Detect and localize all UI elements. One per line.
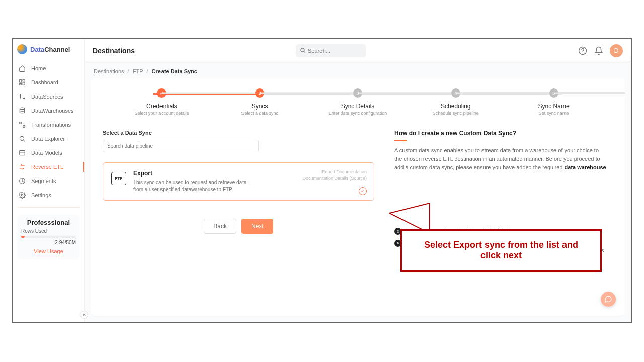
svg-line-10 (23, 140, 25, 141)
sidebar-item-segments[interactable]: Segments (13, 174, 84, 188)
main-area: Destinations D Destinations / FTP (85, 39, 631, 322)
sidebar: DataChannel Home Dashboard DataSources (13, 39, 85, 322)
sidebar-item-datasources[interactable]: DataSources (13, 89, 84, 104)
sidebar-item-label: Reverse ETL (31, 164, 63, 170)
sync-doc-source-link[interactable]: Documentation Details (Source) (302, 175, 367, 182)
breadcrumb-item[interactable]: Destinations (94, 68, 124, 74)
sidebar-item-label: DataWarehouses (31, 108, 74, 114)
help-button[interactable] (578, 46, 588, 56)
topbar: Destinations D (85, 39, 631, 62)
ftp-icon: FTP (111, 172, 126, 185)
plan-view-usage-link[interactable]: View Usage (21, 248, 76, 254)
sync-card-desc: This sync can be used to request and ret… (133, 179, 254, 193)
collapse-sidebar-button[interactable] (80, 311, 88, 319)
chat-icon (604, 295, 612, 303)
sidebar-item-label: Data Models (31, 150, 62, 156)
plan-card: Professsional Rows Used 2.94/50M View Us… (17, 215, 80, 259)
warehouse-icon (18, 107, 26, 115)
svg-rect-0 (20, 80, 22, 82)
help-divider (394, 140, 407, 141)
sidebar-item-reverse-etl[interactable]: Reverse ETL (13, 160, 84, 174)
home-icon (18, 64, 26, 72)
svg-rect-8 (23, 126, 25, 128)
svg-rect-1 (23, 80, 25, 81)
sync-card-links: Report Documentation Documentation Detai… (302, 169, 367, 182)
select-sync-heading: Select a Data Sync (103, 130, 374, 136)
svg-point-6 (20, 108, 24, 110)
plan-usage-text: 2.94/50M (21, 240, 76, 245)
breadcrumb-item[interactable]: FTP (133, 68, 143, 74)
logo-icon (17, 44, 27, 54)
svg-point-9 (20, 136, 24, 140)
sync-card-export[interactable]: FTP Export This sync can be used to requ… (103, 162, 374, 201)
search-input[interactable] (308, 48, 362, 54)
help-circle-icon (578, 46, 587, 55)
sidebar-item-transformations[interactable]: Transformations (13, 118, 84, 132)
divider (17, 207, 80, 208)
svg-point-5 (23, 98, 24, 99)
sidebar-item-datawarehouses[interactable]: DataWarehouses (13, 104, 84, 118)
svg-rect-7 (20, 122, 22, 124)
breadcrumb-sep: / (146, 68, 148, 74)
plan-usage-bar (21, 236, 76, 238)
sidebar-item-settings[interactable]: Settings (13, 188, 84, 202)
sidebar-nav: Home Dashboard DataSources DataWarehouse… (13, 61, 84, 202)
sidebar-item-dataexplorer[interactable]: Data Explorer (13, 132, 84, 146)
help-column: How do I create a new Custom Data Sync? … (394, 130, 613, 303)
sidebar-item-dashboard[interactable]: Dashboard (13, 75, 84, 89)
step-credentials[interactable]: ✓ Credentials Select your account detail… (113, 88, 211, 116)
model-icon (18, 149, 26, 157)
next-button[interactable]: Next (242, 219, 273, 234)
datasource-icon (18, 93, 26, 101)
svg-point-4 (20, 94, 21, 95)
notifications-button[interactable] (594, 46, 604, 56)
brand-text-2: Channel (44, 46, 70, 53)
sidebar-item-label: DataSources (31, 94, 63, 100)
explorer-icon (18, 135, 26, 143)
search-icon (300, 46, 306, 55)
stepper: ✓ Credentials Select your account detail… (103, 88, 613, 116)
chevron-left-double-icon (82, 312, 87, 317)
svg-rect-11 (20, 150, 25, 155)
pipeline-search-input[interactable] (103, 140, 259, 152)
check-icon: ✓ (157, 88, 166, 98)
svg-point-15 (301, 48, 304, 52)
gear-icon (18, 191, 26, 199)
user-avatar[interactable]: D (610, 44, 623, 57)
sidebar-item-home[interactable]: Home (13, 61, 84, 75)
sync-selected-check-icon: ✓ (359, 187, 367, 195)
help-paragraph: A custom data sync enables you to stream… (394, 146, 608, 172)
sidebar-item-label: Segments (31, 178, 56, 184)
page-title: Destinations (93, 47, 135, 55)
svg-line-16 (304, 51, 305, 53)
bell-icon (594, 46, 603, 55)
reverse-etl-icon (18, 163, 26, 171)
sidebar-item-label: Settings (31, 192, 51, 198)
sidebar-item-label: Home (31, 65, 46, 71)
breadcrumb: Destinations / FTP / Create Data Sync (85, 62, 631, 78)
content-card: ✓ Credentials Select your account detail… (91, 78, 625, 316)
select-sync-column: Select a Data Sync FTP Export This sync … (103, 130, 374, 303)
breadcrumb-sep: / (128, 68, 129, 74)
brand-text-1: Data (30, 46, 44, 53)
svg-point-14 (21, 194, 23, 196)
plan-title: Professsional (21, 219, 76, 226)
global-search[interactable] (296, 44, 366, 57)
help-title: How do I create a new Custom Data Sync? (394, 130, 608, 137)
sync-doc-link[interactable]: Report Documentation (302, 169, 367, 175)
sidebar-item-label: Dashboard (31, 79, 58, 85)
sidebar-item-label: Data Explorer (31, 136, 65, 142)
back-button[interactable]: Back (204, 219, 236, 234)
sync-card-title: Export (133, 170, 254, 177)
segments-icon (18, 177, 26, 185)
plan-rows-label: Rows Used (21, 228, 76, 234)
svg-rect-2 (23, 82, 25, 85)
svg-rect-3 (20, 83, 22, 85)
brand-logo[interactable]: DataChannel (13, 39, 84, 61)
transform-icon (18, 121, 26, 129)
chat-fab[interactable] (601, 292, 616, 307)
breadcrumb-current: Create Data Sync (152, 68, 198, 74)
sidebar-item-datamodels[interactable]: Data Models (13, 146, 84, 160)
sidebar-item-label: Transformations (31, 122, 71, 128)
dashboard-icon (18, 78, 26, 86)
